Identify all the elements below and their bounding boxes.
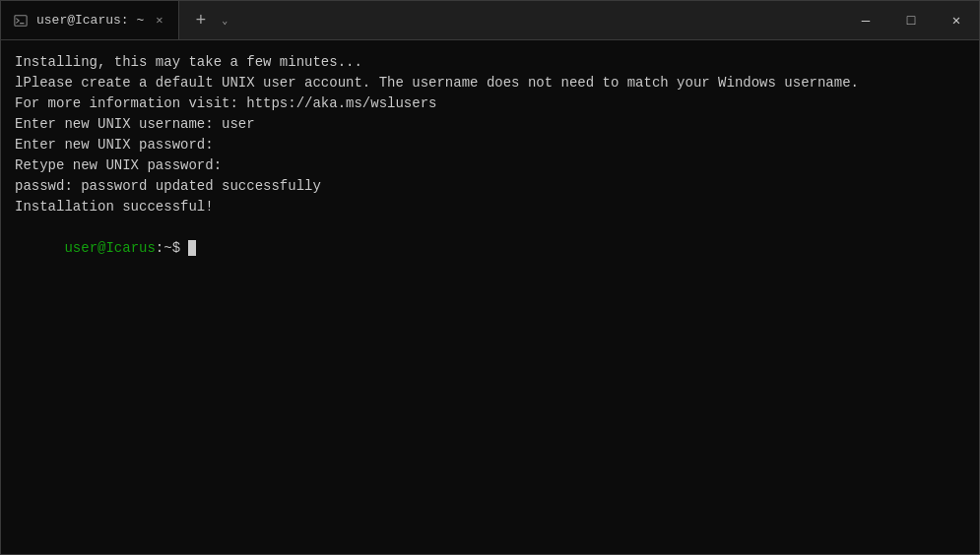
terminal-line: Enter new UNIX password: bbox=[15, 135, 965, 155]
window-controls: — □ ✕ bbox=[843, 1, 979, 39]
terminal-body[interactable]: Installing, this may take a few minutes.… bbox=[1, 40, 979, 554]
empty-line bbox=[15, 279, 965, 300]
cursor bbox=[188, 240, 196, 256]
prompt-line: user@Icarus:~$ bbox=[15, 217, 965, 279]
close-button[interactable]: ✕ bbox=[934, 1, 979, 40]
tab-title: user@Icarus: ~ bbox=[36, 13, 144, 28]
terminal-line: Retype new UNIX password: bbox=[15, 155, 965, 176]
terminal-line: passwd: password updated successfully bbox=[15, 176, 965, 197]
terminal-icon bbox=[13, 13, 29, 29]
terminal-line: Installation successful! bbox=[15, 197, 965, 217]
svg-rect-0 bbox=[15, 15, 27, 26]
dropdown-button[interactable]: ⌄ bbox=[216, 11, 233, 31]
tab-close-button[interactable]: ✕ bbox=[152, 11, 166, 30]
prompt-user: user@Icarus bbox=[64, 240, 155, 256]
terminal-line: For more information visit: https://aka.… bbox=[15, 93, 965, 114]
new-tab-button[interactable]: + bbox=[187, 7, 214, 34]
terminal-tab[interactable]: user@Icarus: ~ ✕ bbox=[1, 1, 179, 39]
terminal-line: Installing, this may take a few minutes.… bbox=[15, 52, 965, 73]
titlebar-actions: + ⌄ bbox=[179, 7, 241, 34]
maximize-button[interactable]: □ bbox=[888, 1, 934, 40]
minimize-button[interactable]: — bbox=[843, 1, 888, 40]
terminal-line: lPlease create a default UNIX user accou… bbox=[15, 73, 965, 93]
prompt-dollar: $ bbox=[172, 240, 180, 256]
terminal-line: Enter new UNIX username: user bbox=[15, 114, 965, 135]
prompt-path: :~ bbox=[156, 240, 172, 256]
titlebar: user@Icarus: ~ ✕ + ⌄ — □ ✕ bbox=[1, 1, 979, 40]
terminal-window: user@Icarus: ~ ✕ + ⌄ — □ ✕ Installing, t… bbox=[0, 0, 980, 555]
